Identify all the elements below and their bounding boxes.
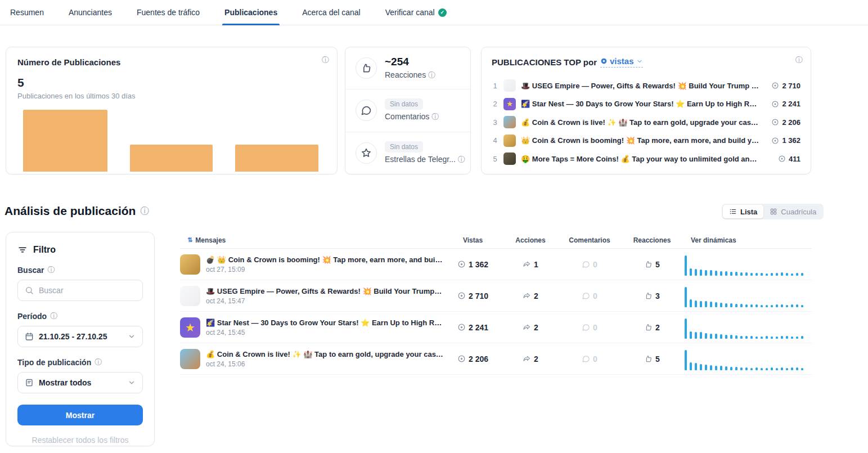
tab-1[interactable]: Anunciantes <box>69 0 112 25</box>
top-post-row[interactable]: 2 ★ 🌠 Star Nest — 30 Days to Grow Your S… <box>492 95 800 114</box>
search-input[interactable] <box>39 286 141 295</box>
views-dynamics-sparkline[interactable] <box>683 285 812 307</box>
views-dynamics-sparkline[interactable] <box>683 348 812 370</box>
info-icon[interactable]: ⓘ <box>50 311 57 321</box>
period-label: Períodoⓘ <box>17 311 143 321</box>
top-posts-list: 1 🎩 USEG Empire — Power, Gifts & Rewards… <box>492 77 800 168</box>
eye-icon <box>457 323 466 331</box>
top-post-row[interactable]: 5 🤑 More Taps = More Coins! 💰 Tap your w… <box>492 150 800 168</box>
column-messages[interactable]: ⇅ Mensajes <box>180 236 443 244</box>
period-select[interactable]: 21.10.25 - 27.10.25 <box>17 326 143 347</box>
column-views: Vistas <box>443 236 502 244</box>
table-row[interactable]: 💰 Coin & Crown is live! ✨ 🏰 Tap to earn … <box>180 343 812 375</box>
tab-0[interactable]: Resumen <box>10 0 44 25</box>
eye-icon <box>778 155 786 163</box>
table-row[interactable]: 🎩 USEG Empire — Power, Gifts & Rewards! … <box>180 280 812 312</box>
views-count: 1 362 <box>766 136 800 145</box>
top-post-row[interactable]: 3 💰 Coin & Crown is live! ✨ 🏰 Tap to ear… <box>492 113 800 132</box>
top-post-row[interactable]: 4 👑 Coin & Crown is booming! 💥 Tap more,… <box>492 132 800 150</box>
post-title: 🌠 Star Nest — 30 Days to Grow Your Stars… <box>206 319 443 327</box>
engagement-row: ~254 Reacciones ⓘ <box>345 47 470 89</box>
thumb-icon <box>644 260 653 268</box>
info-icon[interactable]: ⓘ <box>458 155 465 164</box>
post-type-value: Mostrar todos <box>39 378 123 387</box>
views-dynamics-sparkline[interactable] <box>683 316 812 339</box>
comments-count: 0 <box>559 355 620 364</box>
search-label: Buscarⓘ <box>17 265 143 275</box>
comment-icon <box>582 355 590 363</box>
avatar <box>503 79 516 92</box>
publication-bar <box>23 110 107 172</box>
grid-view-button[interactable]: Cuadrícula <box>763 205 822 218</box>
views-count: 2 206 <box>443 355 502 364</box>
post-title: 💰 Coin & Crown is live! ✨ 🏰 Tap to earn … <box>521 118 761 127</box>
info-icon[interactable]: ⓘ <box>95 357 102 367</box>
show-button[interactable]: Mostrar <box>17 405 143 425</box>
calendar-icon <box>25 332 34 341</box>
post-title: 🤑 More Taps = More Coins! 💰 Tap your way… <box>521 155 761 163</box>
post-type-select[interactable]: Mostrar todos <box>17 372 143 393</box>
post-title: 🎩 USEG Empire — Power, Gifts & Rewards! … <box>206 287 443 295</box>
views-count: 2 241 <box>766 100 800 108</box>
views-count: 2 241 <box>443 323 502 332</box>
info-icon[interactable]: ⓘ <box>47 265 55 275</box>
tab-label: Verificar canal <box>385 8 435 17</box>
search-icon <box>25 286 34 295</box>
search-field-wrap <box>17 280 143 301</box>
reactions-count: 5 <box>620 260 683 269</box>
reset-filters-link[interactable]: Restablecer todos los filtros <box>17 436 143 445</box>
info-icon[interactable]: ⓘ <box>322 55 329 65</box>
eye-icon <box>771 82 779 89</box>
reactions-count: 5 <box>620 355 683 364</box>
views-dynamics-sparkline[interactable] <box>683 253 812 276</box>
publications-count-value: 5 <box>17 76 326 89</box>
avatar <box>503 116 516 128</box>
tab-5[interactable]: Verificar canal ✓ <box>385 0 447 25</box>
top-posts-card: PUBLICACIONES TOP por vistas ⓘ 1 🎩 USEG … <box>481 47 811 174</box>
list-view-button[interactable]: Lista <box>723 205 763 218</box>
avatar <box>503 134 516 147</box>
info-icon[interactable]: ⓘ <box>795 55 803 65</box>
table-row[interactable]: ★ 🌠 Star Nest — 30 Days to Grow Your Sta… <box>180 312 812 343</box>
view-toggle: Lista Cuadrícula <box>722 204 824 219</box>
post-title: 🎩 USEG Empire — Power, Gifts & Rewards! … <box>521 82 761 90</box>
engagement-row: Sin datos Comentarios ⓘ <box>345 89 470 132</box>
no-data-badge: Sin datos <box>385 141 423 153</box>
table-row[interactable]: 💣 👑 Coin & Crown is booming! 💥 Tap more,… <box>180 249 812 280</box>
avatar <box>180 254 200 275</box>
engagement-card: ~254 Reacciones ⓘ Sin datos Comentarios … <box>345 47 471 174</box>
table-header: ⇅ Mensajes Vistas Acciones Comentarios R… <box>180 232 812 249</box>
reactions-count: 3 <box>620 291 683 300</box>
sort-icon: ⇅ <box>187 236 192 244</box>
chevron-down-icon <box>128 379 136 387</box>
info-icon[interactable]: ⓘ <box>140 205 149 217</box>
post-type-label: Tipo de publicaciónⓘ <box>17 357 143 367</box>
tab-2[interactable]: Fuentes de tráfico <box>137 0 200 25</box>
column-dynamics: Ver dinámicas <box>683 236 812 244</box>
tab-4[interactable]: Acerca del canal <box>302 0 361 25</box>
post-title: 👑 Coin & Crown is booming! 💥 Tap more, e… <box>521 136 761 145</box>
engagement-label: Reacciones ⓘ <box>385 70 435 80</box>
post-date: oct 24, 15:06 <box>206 360 443 368</box>
rank: 5 <box>492 155 498 163</box>
eye-icon <box>771 100 779 108</box>
top-posts-title: PUBLICACIONES TOP por <box>492 57 597 67</box>
chevron-down-icon <box>636 58 643 65</box>
rank: 3 <box>492 118 498 127</box>
tab-3[interactable]: Publicaciones <box>224 0 277 25</box>
comment-icon <box>582 260 590 268</box>
rank: 4 <box>492 136 498 145</box>
info-icon[interactable]: ⓘ <box>428 71 435 79</box>
top-posts-sort-link[interactable]: vistas <box>600 56 643 68</box>
tab-label: Publicaciones <box>224 8 277 17</box>
thumb-icon <box>356 57 377 79</box>
rank: 2 <box>492 100 498 108</box>
views-count: 2 710 <box>443 291 502 300</box>
tab-label: Resumen <box>10 8 44 17</box>
actions-count: 2 <box>502 291 559 300</box>
info-icon[interactable]: ⓘ <box>431 113 439 121</box>
top-post-row[interactable]: 1 🎩 USEG Empire — Power, Gifts & Rewards… <box>492 77 800 95</box>
eye-icon <box>600 57 608 65</box>
comments-count: 0 <box>559 260 620 269</box>
engagement-label: Estrellas de Telegr... ⓘ <box>385 155 465 165</box>
